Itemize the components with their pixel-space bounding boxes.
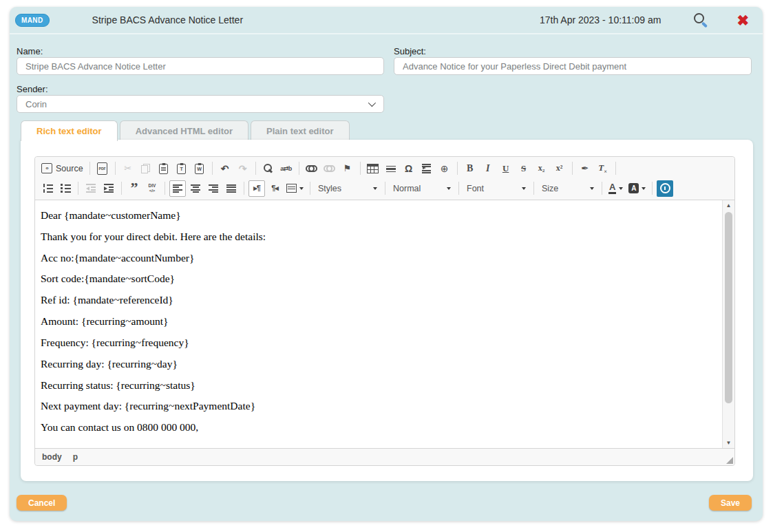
cancel-button[interactable]: Cancel: [17, 495, 67, 511]
text-direction-rtl-button[interactable]: ¶◂: [266, 180, 283, 197]
horizontal-rule-button[interactable]: [383, 160, 399, 177]
scroll-up-icon[interactable]: ▲: [723, 200, 734, 211]
decrease-indent-icon: [86, 184, 96, 193]
editor-content[interactable]: Dear {mandate~customerName}Thank you for…: [35, 200, 722, 448]
about-editor-button[interactable]: [657, 180, 673, 197]
paste-button[interactable]: [156, 160, 172, 177]
name-label: Name:: [17, 46, 43, 56]
text-direction-ltr-button[interactable]: ▸¶: [248, 180, 265, 197]
text-color-button[interactable]: A: [606, 180, 625, 197]
resize-grip-icon[interactable]: [726, 457, 733, 464]
editor-scrollbar[interactable]: ▲ ▼: [722, 200, 734, 448]
chevron-down-icon: [447, 187, 451, 190]
sender-select[interactable]: Corin: [17, 95, 384, 113]
paste-as-text-button[interactable]: [173, 160, 190, 177]
insert-table-button[interactable]: [365, 160, 381, 177]
export-pdf-button[interactable]: PDF: [94, 160, 111, 177]
subject-input[interactable]: [394, 57, 752, 75]
close-icon[interactable]: ✖: [737, 13, 749, 28]
scrollbar-track[interactable]: [723, 211, 734, 438]
scroll-down-icon[interactable]: ▼: [723, 438, 734, 448]
iframe-button[interactable]: ⊕: [436, 160, 453, 177]
editor-toolbar: ‹›Source PDF ✂ ↶ ↷ a⇄b: [35, 157, 734, 200]
scrollbar-thumb[interactable]: [725, 212, 732, 403]
bullet-list-button[interactable]: [57, 180, 74, 197]
editor-paragraph: Sort code:{mandate~sortCode}: [41, 273, 717, 285]
increase-indent-button[interactable]: [100, 180, 117, 197]
header: MAND Stripe BACS Advance Notice Letter 1…: [10, 7, 763, 34]
omega-icon: Ω: [405, 163, 412, 174]
table-icon: [367, 164, 379, 173]
unlink-button[interactable]: [321, 160, 338, 177]
decrease-indent-button[interactable]: [83, 180, 99, 197]
chevron-down-icon: [590, 187, 594, 190]
cut-button[interactable]: ✂: [120, 160, 136, 177]
strikethrough-button[interactable]: S: [516, 160, 532, 177]
tab-plain-text-editor[interactable]: Plain text editor: [251, 120, 350, 141]
path-element-p[interactable]: p: [73, 452, 78, 462]
underline-button[interactable]: U: [498, 160, 514, 177]
globe-icon: ⊕: [441, 163, 449, 174]
bold-icon: B: [467, 163, 473, 174]
find-icon: [264, 164, 273, 173]
underline-icon: U: [502, 163, 509, 174]
numbered-list-button[interactable]: [39, 180, 56, 197]
copy-button[interactable]: [138, 160, 154, 177]
source-button[interactable]: ‹›Source: [39, 160, 85, 177]
italic-button[interactable]: I: [480, 160, 496, 177]
tab-rich-text-editor[interactable]: Rich text editor: [21, 120, 118, 141]
name-input[interactable]: [17, 57, 384, 75]
search-icon[interactable]: [692, 12, 709, 28]
remove-format-button[interactable]: T×: [595, 160, 611, 177]
align-center-icon: [191, 184, 200, 193]
anchor-button[interactable]: ⚑: [339, 160, 356, 177]
editor-tabs: Rich text editor Advanced HTML editor Pl…: [21, 120, 350, 141]
background-color-button[interactable]: A: [626, 180, 648, 197]
strikethrough-icon: S: [521, 163, 526, 174]
paste-from-word-button[interactable]: [191, 160, 208, 177]
styles-combo[interactable]: Styles: [315, 180, 381, 197]
tab-advanced-html-editor[interactable]: Advanced HTML editor: [120, 120, 248, 141]
font-combo[interactable]: Font: [463, 180, 529, 197]
editor-body: Dear {mandate~customerName}Thank you for…: [35, 200, 734, 448]
chevron-down-icon: [373, 187, 377, 190]
align-justify-button[interactable]: [223, 180, 240, 197]
undo-button[interactable]: ↶: [217, 160, 233, 177]
text-color-icon: A: [608, 182, 616, 194]
div-container-button[interactable]: DIV: [144, 180, 160, 197]
save-button[interactable]: Save: [709, 495, 752, 511]
replace-icon: a⇄b: [280, 165, 292, 172]
size-combo[interactable]: Size: [538, 180, 597, 197]
superscript-button[interactable]: x²: [551, 160, 568, 177]
page-break-button[interactable]: [419, 160, 435, 177]
editor-paragraph: Recurring status: {recurring~status}: [41, 379, 717, 392]
subscript-icon: x₂: [538, 163, 545, 173]
special-character-button[interactable]: Ω: [401, 160, 417, 177]
blockquote-button[interactable]: ”: [126, 180, 142, 197]
cut-icon: ✂: [124, 163, 131, 173]
redo-button[interactable]: ↷: [235, 160, 251, 177]
copy-formatting-button[interactable]: ✒: [577, 160, 593, 177]
language-button[interactable]: [284, 180, 306, 197]
div-container-icon: DIV: [149, 184, 156, 193]
align-center-button[interactable]: [187, 180, 204, 197]
link-button[interactable]: [304, 160, 320, 177]
align-right-button[interactable]: [205, 180, 222, 197]
page-title: Stripe BACS Advance Notice Letter: [92, 14, 243, 25]
page-break-icon: [422, 164, 431, 173]
sender-label: Sender:: [17, 84, 48, 94]
paragraph-format-combo[interactable]: Normal: [390, 180, 454, 197]
replace-button[interactable]: a⇄b: [278, 160, 295, 177]
background-color-icon: A: [628, 183, 639, 193]
undo-icon: ↶: [221, 163, 229, 174]
subscript-button[interactable]: x₂: [533, 160, 550, 177]
find-button[interactable]: [260, 160, 277, 177]
path-element-body[interactable]: body: [42, 452, 62, 462]
superscript-icon: x²: [556, 163, 563, 173]
editor-paragraph: You can contact us on 0800 000 000,: [41, 421, 717, 434]
ltr-paragraph-icon: ▸¶: [253, 184, 260, 193]
editor-paragraph: Dear {mandate~customerName}: [41, 209, 717, 222]
toolbar-row-2: ” DIV ▸¶ ¶◂ Styles Normal Font: [39, 178, 730, 198]
bold-button[interactable]: B: [462, 160, 478, 177]
align-left-button[interactable]: [169, 180, 186, 197]
